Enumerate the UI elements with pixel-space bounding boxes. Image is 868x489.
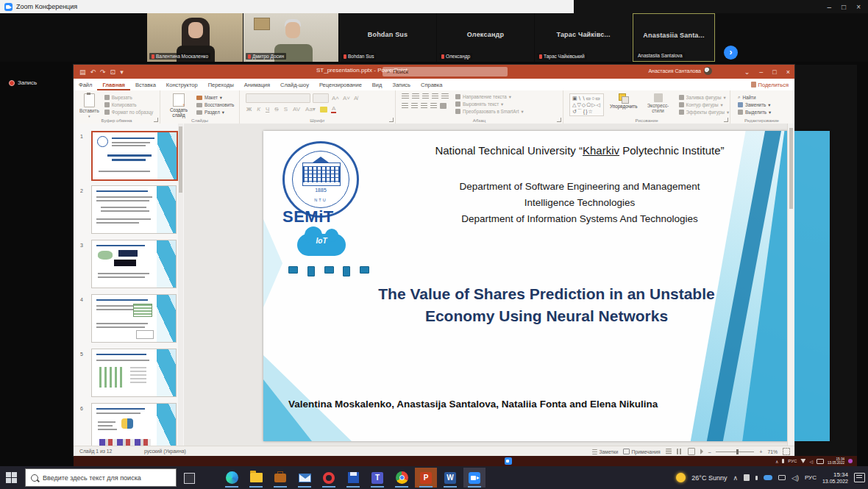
layout-button[interactable]: Макет ▾ bbox=[196, 95, 234, 100]
fit-slide-to-window-icon[interactable] bbox=[783, 448, 790, 455]
bullets-icon[interactable] bbox=[402, 93, 409, 99]
minimize-icon[interactable]: – bbox=[759, 68, 763, 76]
taskbar-edge[interactable] bbox=[221, 468, 243, 488]
tab-help[interactable]: Справка bbox=[416, 79, 447, 90]
cut-button[interactable]: Вырезать bbox=[104, 95, 153, 100]
tab-animations[interactable]: Анимация bbox=[239, 79, 275, 90]
start-button[interactable] bbox=[6, 472, 17, 483]
convert-smartart-button[interactable]: Преобразовать в SmartArt ▾ bbox=[455, 109, 524, 114]
justify-icon[interactable] bbox=[430, 103, 437, 109]
change-case-icon[interactable]: Aa▾ bbox=[305, 106, 316, 113]
text-direction-button[interactable]: Направление текста ▾ bbox=[455, 94, 524, 99]
zoom-out-icon[interactable]: – bbox=[708, 449, 711, 454]
tab-home[interactable]: Главная bbox=[97, 79, 130, 90]
notification-dot-icon[interactable] bbox=[848, 459, 853, 463]
clock[interactable]: 15:34 13.05.2022 bbox=[828, 457, 844, 465]
taskbar-chrome[interactable] bbox=[391, 468, 413, 488]
close-icon[interactable]: × bbox=[856, 3, 861, 11]
qat-dropdown-icon[interactable]: ▾ bbox=[120, 68, 124, 76]
tab-file[interactable]: Файл bbox=[74, 79, 97, 90]
font-name-combobox[interactable] bbox=[246, 93, 310, 103]
tab-design[interactable]: Конструктор bbox=[161, 79, 203, 90]
align-left-icon[interactable] bbox=[402, 103, 408, 109]
replace-button[interactable]: Заменить ▾ bbox=[738, 102, 793, 107]
align-right-icon[interactable] bbox=[421, 103, 427, 109]
shape-outline-button[interactable]: Контур фигуры ▾ bbox=[679, 102, 730, 107]
account-area[interactable]: Анастасия Санталова bbox=[648, 67, 712, 75]
decrease-font-icon[interactable]: A˅ bbox=[342, 95, 351, 101]
onedrive-cloud-icon[interactable] bbox=[764, 475, 772, 480]
tab-view[interactable]: Вид bbox=[367, 79, 388, 90]
slide-area-scrollbar[interactable] bbox=[787, 124, 794, 446]
highlight-color-icon[interactable] bbox=[320, 107, 327, 113]
clock[interactable]: 15:34 13.05.2022 bbox=[822, 471, 848, 485]
font-dialog-launcher-icon[interactable] bbox=[389, 118, 394, 122]
format-painter-button[interactable]: Формат по образцу bbox=[104, 110, 153, 115]
autosave-save-icon[interactable]: ▤ bbox=[79, 68, 86, 76]
font-size-combobox[interactable] bbox=[313, 93, 329, 103]
hidden-icons-chevron[interactable]: ∧ bbox=[775, 459, 778, 464]
weather-sun-icon[interactable] bbox=[676, 473, 686, 482]
language-indicator[interactable]: РУС bbox=[805, 474, 817, 481]
line-spacing-icon[interactable] bbox=[441, 93, 449, 99]
task-view-icon[interactable] bbox=[184, 473, 195, 484]
select-button[interactable]: Выделить ▾ bbox=[738, 110, 793, 115]
video-tile-bohdan[interactable]: Bohdan Sus Bohdan Sus bbox=[339, 13, 436, 62]
tab-review[interactable]: Рецензирование bbox=[314, 79, 367, 90]
video-tile-valentina[interactable]: Валентина Москаленко bbox=[147, 13, 243, 62]
columns-icon[interactable] bbox=[440, 103, 447, 109]
align-text-button[interactable]: Выровнять текст ▾ bbox=[455, 101, 524, 107]
quick-styles-button[interactable]: Экспресс-стили bbox=[644, 93, 673, 113]
mic-icon[interactable] bbox=[755, 476, 758, 480]
increase-indent-icon[interactable] bbox=[432, 93, 438, 99]
shape-effects-button[interactable]: Эффекты фигуры ▾ bbox=[679, 110, 730, 115]
battery-icon[interactable] bbox=[817, 459, 824, 464]
current-slide[interactable]: 1885 NTU SEMiT IoT National Technical bbox=[263, 131, 830, 441]
italic-button[interactable]: К bbox=[256, 106, 261, 113]
clipboard-dialog-launcher-icon[interactable] bbox=[154, 118, 158, 122]
shield-icon[interactable] bbox=[744, 474, 750, 481]
slideshow-view-icon[interactable] bbox=[700, 449, 703, 454]
restore-icon[interactable]: □ bbox=[772, 68, 776, 76]
clear-formatting-icon[interactable]: A̸ bbox=[353, 95, 358, 101]
reset-button[interactable]: Восстановить bbox=[196, 102, 234, 107]
character-spacing-icon[interactable]: AV bbox=[292, 106, 301, 113]
reading-view-icon[interactable] bbox=[688, 448, 695, 455]
slide-thumbnail-6[interactable] bbox=[91, 403, 177, 451]
find-button[interactable]: ⌕Найти bbox=[738, 94, 793, 100]
maximize-icon[interactable]: □ bbox=[842, 3, 846, 11]
notes-button[interactable]: Заметки bbox=[592, 449, 618, 454]
zoom-in-icon[interactable]: + bbox=[759, 449, 762, 454]
slide-thumbnail-3[interactable] bbox=[91, 240, 177, 288]
next-participants-arrow-button[interactable]: › bbox=[724, 46, 738, 60]
comments-button[interactable]: Примечания bbox=[623, 449, 660, 454]
video-tile-dmytro[interactable]: Дмитро Досин bbox=[243, 13, 338, 62]
decrease-indent-icon[interactable] bbox=[422, 93, 429, 99]
underline-button[interactable]: Ч bbox=[265, 106, 270, 113]
taskbar-search-input[interactable]: Введите здесь текст для поиска bbox=[25, 468, 177, 487]
taskbar-powerpoint-active[interactable]: P bbox=[415, 468, 437, 488]
action-center-icon[interactable] bbox=[854, 473, 865, 482]
battery-icon[interactable] bbox=[778, 475, 786, 480]
arrange-button[interactable]: Упорядочить bbox=[610, 93, 637, 109]
paragraph-dialog-launcher-icon[interactable] bbox=[557, 118, 561, 122]
wifi-icon[interactable] bbox=[800, 459, 805, 463]
strikethrough-button[interactable]: S bbox=[274, 106, 279, 113]
taskbar-floppy-app[interactable] bbox=[342, 468, 364, 488]
tab-insert[interactable]: Вставка bbox=[130, 79, 161, 90]
align-center-icon[interactable] bbox=[411, 103, 418, 109]
taskbar-word[interactable]: W bbox=[439, 468, 461, 488]
bold-button[interactable]: Ж bbox=[246, 106, 252, 113]
increase-font-icon[interactable]: A˄ bbox=[331, 95, 340, 101]
taskbar-file-explorer[interactable] bbox=[245, 468, 267, 488]
language-indicator[interactable]: русский (Украина) bbox=[144, 449, 186, 454]
speaker-icon[interactable]: ◁) bbox=[791, 474, 799, 482]
slide-sorter-view-icon[interactable] bbox=[677, 449, 683, 454]
speaker-icon[interactable]: ◁ bbox=[809, 459, 813, 464]
taskbar-briefcase-app[interactable] bbox=[269, 468, 291, 488]
drawing-dialog-launcher-icon[interactable] bbox=[724, 118, 728, 122]
new-slide-button[interactable]: Создать слайд bbox=[166, 93, 191, 118]
video-tile-oleksandr[interactable]: Олександр Олександр bbox=[437, 13, 534, 62]
shape-fill-button[interactable]: Заливка фигуры ▾ bbox=[679, 95, 730, 100]
zoom-slider-thumb[interactable] bbox=[736, 449, 739, 454]
